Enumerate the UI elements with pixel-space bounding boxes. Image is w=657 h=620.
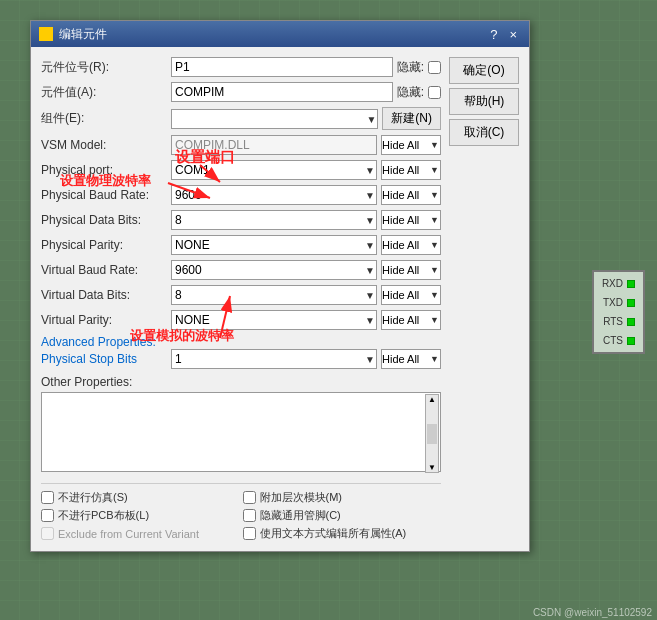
main-form: 元件位号(R): 隐藏: 元件值(A): 隐藏: 组件(E):	[41, 57, 441, 541]
virtual-baud-label: Virtual Baud Rate:	[41, 263, 171, 277]
group-select[interactable]	[171, 109, 378, 129]
other-label: Other Properties:	[41, 375, 441, 389]
stop-hide-select[interactable]: Hide All Show All	[381, 349, 441, 369]
physical-port-select-wrapper: COM1 COM2 COM3 ▼	[171, 160, 377, 180]
textarea-container: ▲ ▼	[41, 392, 441, 475]
vsm-model-label: VSM Model:	[41, 138, 171, 152]
pin-txd-label: TXD	[603, 297, 623, 308]
part-value-hide-label: 隐藏:	[397, 84, 424, 101]
part-value-label: 元件值(A):	[41, 84, 171, 101]
component-box: RXD TXD RTS CTS	[592, 270, 645, 354]
virtual-data-row: Virtual Data Bits: 8 7 ▼ Hide All Show A…	[41, 285, 441, 305]
physical-data-label: Physical Data Bits:	[41, 213, 171, 227]
pin-rxd-label: RXD	[602, 278, 623, 289]
pin-txd-dot	[627, 299, 635, 307]
check-no-pcb: 不进行PCB布板(L)	[41, 508, 240, 523]
pin-rxd-dot	[627, 280, 635, 288]
physical-baud-select[interactable]: 9600 19200 115200	[171, 185, 377, 205]
new-button[interactable]: 新建(N)	[382, 107, 441, 130]
group-row: 组件(E): ▼ 新建(N)	[41, 107, 441, 130]
dialog-titlebar: 编辑元件 ? ×	[31, 21, 529, 47]
sidebar-buttons: 确定(O) 帮助(H) 取消(C)	[449, 57, 519, 541]
scroll-up[interactable]: ▲	[428, 395, 436, 404]
edit-component-dialog: 编辑元件 ? × 元件位号(R): 隐藏: 元件值(A):	[30, 20, 530, 552]
title-left: 编辑元件	[39, 26, 107, 43]
data-hide-wrapper: Hide All Show All ▼	[381, 210, 441, 230]
close-btn[interactable]: ×	[505, 27, 521, 42]
vbaud-hide-wrapper: Hide All Show All ▼	[381, 260, 441, 280]
physical-stop-label: Physical Stop Bits	[41, 352, 171, 366]
vsm-hide-wrapper: Hide All Show All ▼	[381, 135, 441, 155]
physical-parity-row: Physical Parity: NONE EVEN ODD ▼ Hide Al…	[41, 235, 441, 255]
check-hide-pins: 隐藏通用管脚(C)	[243, 508, 442, 523]
ok-button[interactable]: 确定(O)	[449, 57, 519, 84]
attach-module-label: 附加层次模块(M)	[260, 490, 343, 505]
pin-rxd: RXD	[602, 278, 635, 289]
scroll-down[interactable]: ▼	[428, 463, 436, 472]
vbaud-hide-select[interactable]: Hide All Show All	[381, 260, 441, 280]
dialog-body: 元件位号(R): 隐藏: 元件值(A): 隐藏: 组件(E):	[31, 47, 529, 551]
part-value-hide: 隐藏:	[397, 84, 441, 101]
other-section: Other Properties: ▲ ▼	[41, 375, 441, 475]
no-pcb-label: 不进行PCB布板(L)	[58, 508, 149, 523]
check-text-edit: 使用文本方式编辑所有属性(A)	[243, 526, 442, 541]
virtual-data-label: Virtual Data Bits:	[41, 288, 171, 302]
dialog-icon	[39, 27, 53, 41]
part-ref-row: 元件位号(R): 隐藏:	[41, 57, 441, 77]
part-value-hide-checkbox[interactable]	[428, 86, 441, 99]
port-hide-select[interactable]: Hide All Show All	[381, 160, 441, 180]
help-icon-btn[interactable]: ?	[486, 27, 501, 42]
watermark: CSDN @weixin_51102592	[533, 607, 652, 618]
virtual-parity-row: Virtual Parity: NONE EVEN ODD ▼ Hide All…	[41, 310, 441, 330]
no-simulate-label: 不进行仿真(S)	[58, 490, 128, 505]
pin-rts-dot	[627, 318, 635, 326]
exclude-variant-label: Exclude from Current Variant	[58, 528, 199, 540]
pin-rts: RTS	[602, 316, 635, 327]
part-value-input[interactable]	[171, 82, 393, 102]
no-simulate-checkbox[interactable]	[41, 491, 54, 504]
physical-data-select-wrapper: 8 7 ▼	[171, 210, 377, 230]
attach-module-checkbox[interactable]	[243, 491, 256, 504]
physical-stop-select[interactable]: 1 2	[171, 349, 377, 369]
text-edit-checkbox[interactable]	[243, 527, 256, 540]
cancel-button[interactable]: 取消(C)	[449, 119, 519, 146]
physical-data-select[interactable]: 8 7	[171, 210, 377, 230]
parity-hide-select[interactable]: Hide All Show All	[381, 235, 441, 255]
vsm-hide-select[interactable]: Hide All Show All	[381, 135, 441, 155]
vparity-hide-select[interactable]: Hide All Show All	[381, 310, 441, 330]
virtual-baud-select[interactable]: 9600 19200 115200	[171, 260, 377, 280]
physical-parity-select[interactable]: NONE EVEN ODD	[171, 235, 377, 255]
virtual-data-select-wrapper: 8 7 ▼	[171, 285, 377, 305]
virtual-data-select[interactable]: 8 7	[171, 285, 377, 305]
pin-rts-label: RTS	[603, 316, 623, 327]
baud-hide-select[interactable]: Hide All Show All	[381, 185, 441, 205]
exclude-variant-checkbox	[41, 527, 54, 540]
physical-baud-row: Physical Baud Rate: 9600 19200 115200 ▼ …	[41, 185, 441, 205]
pin-cts-dot	[627, 337, 635, 345]
help-button[interactable]: 帮助(H)	[449, 88, 519, 115]
part-ref-input[interactable]	[171, 57, 393, 77]
physical-data-row: Physical Data Bits: 8 7 ▼ Hide All Show …	[41, 210, 441, 230]
physical-port-select[interactable]: COM1 COM2 COM3	[171, 160, 377, 180]
other-textarea[interactable]	[41, 392, 441, 472]
physical-baud-select-wrapper: 9600 19200 115200 ▼	[171, 185, 377, 205]
baud-hide-wrapper: Hide All Show All ▼	[381, 185, 441, 205]
hide-pins-checkbox[interactable]	[243, 509, 256, 522]
text-edit-label: 使用文本方式编辑所有属性(A)	[260, 526, 407, 541]
group-select-wrapper: ▼	[171, 109, 378, 129]
scrollbar[interactable]: ▲ ▼	[425, 394, 439, 473]
part-ref-hide: 隐藏:	[397, 59, 441, 76]
vdata-hide-select[interactable]: Hide All Show All	[381, 285, 441, 305]
data-hide-select[interactable]: Hide All Show All	[381, 210, 441, 230]
check-exclude-variant: Exclude from Current Variant	[41, 526, 240, 541]
part-ref-hide-checkbox[interactable]	[428, 61, 441, 74]
physical-stop-select-wrapper: 1 2 ▼	[171, 349, 377, 369]
no-pcb-checkbox[interactable]	[41, 509, 54, 522]
pin-cts: CTS	[602, 335, 635, 346]
parity-hide-wrapper: Hide All Show All ▼	[381, 235, 441, 255]
stop-hide-wrapper: Hide All Show All ▼	[381, 349, 441, 369]
virtual-parity-select[interactable]: NONE EVEN ODD	[171, 310, 377, 330]
physical-parity-select-wrapper: NONE EVEN ODD ▼	[171, 235, 377, 255]
check-attach-module: 附加层次模块(M)	[243, 490, 442, 505]
check-no-simulate: 不进行仿真(S)	[41, 490, 240, 505]
